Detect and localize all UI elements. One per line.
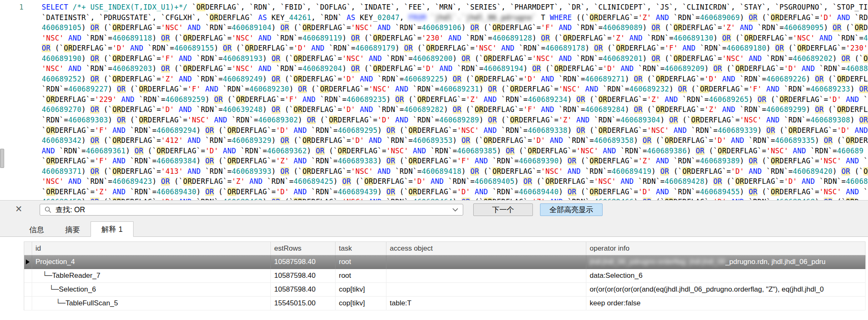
column-header-id[interactable]: id (32, 241, 271, 255)
sql-line: 460689342) OR (`ORDERFLAG`='412' AND `RD… (0, 135, 868, 146)
cell-task: root (336, 255, 386, 269)
cell-access-object (386, 283, 586, 297)
search-icon (44, 206, 52, 213)
sql-line: SELECT /*+ USE_INDEX(T,IDX_U1)+*/ `ORDER… (0, 2, 868, 13)
tab-info[interactable]: 信息 (19, 223, 55, 236)
sql-line: `RDN`=460689303) OR (`ORDERFLAG`='NSC' A… (0, 115, 868, 125)
sql-editor[interactable]: 1 SELECT /*+ USE_INDEX(T,IDX_U1)+*/ `ORD… (0, 0, 868, 201)
highlight-all-button[interactable]: 全部高亮显示 (540, 203, 603, 216)
cell-id: └─Selection_6 (32, 283, 271, 297)
table-row[interactable]: └─TableFullScan_515545015.00cop[tikv]tab… (24, 297, 865, 310)
tab-summary[interactable]: 摘要 (55, 223, 91, 236)
cell-access-object (386, 269, 586, 283)
cell-id: └─TableFullScan_5 (32, 297, 271, 310)
sql-line: `RDN`=460689227) OR (`ORDERFLAG`='F' AND… (0, 84, 868, 94)
cell-estrows: 15545015.00 (271, 297, 336, 310)
sql-line: OR (`ORDERFLAG`='D' AND `RDN`=460689155)… (0, 43, 868, 53)
sql-line: 460689190) OR (`ORDERFLAG`='F' AND `RDN`… (0, 53, 868, 64)
find-input[interactable]: 查找: OR (40, 204, 463, 216)
redacted-text: jhdl.jhdl_06_pdrugno.orderflag, jhdl.jhd… (590, 258, 725, 266)
cell-estrows: 10587598.40 (271, 269, 336, 283)
column-header-access-object[interactable]: access object (386, 241, 586, 255)
find-next-button[interactable]: 下一个 (473, 203, 533, 216)
row-selector-header (24, 241, 32, 255)
sql-line: AND `RDN`=460689361) OR (`ORDERFLAG`='D'… (0, 146, 868, 156)
row-selector-cell (24, 255, 32, 269)
row-selector-cell (24, 297, 32, 310)
result-tab-bar: 信息 摘要 解释 1 (0, 218, 868, 237)
cell-task: cop[tikv] (336, 283, 386, 297)
chevron-down-icon[interactable] (452, 208, 459, 212)
sql-line: `ORDERFLAG`='F' AND `RDN`=460689384) OR … (0, 156, 868, 166)
close-find-button[interactable]: × (13, 202, 25, 216)
explain-panel: id estRows task access object operator i… (0, 237, 868, 320)
explain-grid: id estRows task access object operator i… (24, 241, 865, 310)
column-header-estrows[interactable]: estRows (271, 241, 336, 255)
explain-grid-header: id estRows task access object operator i… (24, 241, 865, 255)
cell-access-object: table:T (386, 297, 586, 310)
sql-line: 460689270) OR (`ORDERFLAG`='D' AND `RDN`… (0, 104, 868, 115)
cell-estrows: 10587598.40 (271, 255, 336, 269)
sql-line: 'NSC' AND `RDN`=460689203) OR (`ORDERFLA… (0, 63, 868, 74)
cell-operator-info: data:Selection_6 (586, 269, 865, 283)
row-selector-cell (24, 283, 32, 297)
cell-task: cop[tikv] (336, 297, 386, 310)
selected-row-marker-icon (26, 259, 30, 264)
sql-line: `ORDERFLAG`='229' AND `RDN`=460689259) O… (0, 94, 868, 105)
close-icon: × (15, 203, 22, 216)
editor-scrollbar-thumb[interactable] (0, 149, 4, 168)
sql-line: `ORDERFLAG`='Z' AND `RDN`=460689430) OR … (0, 187, 868, 197)
cell-operator-info: or(or(or(or(or(or(and(eq(jhdl.jhdl_06_pd… (586, 283, 865, 297)
cell-estrows: 10587598.40 (271, 283, 336, 297)
sql-line: 460689252) OR (`ORDERFLAG`='Z' AND `RDN`… (0, 74, 868, 84)
column-header-task[interactable]: task (336, 241, 386, 255)
find-bar: × 查找: OR 下一个 全部高亮显示 (0, 201, 868, 218)
cell-id: └─TableReader_7 (32, 269, 271, 283)
tab-explain[interactable]: 解释 1 (91, 221, 134, 237)
sql-line: 'NSC' AND `RDN`=460689423) OR (`ORDERFLA… (0, 176, 868, 187)
table-row[interactable]: └─Selection_610587598.40cop[tikv]or(or(o… (24, 283, 865, 297)
cell-task: root (336, 269, 386, 283)
sql-line: `DATEINSTR`, `PDRUGSTATE`, `CFGLXH`, `OR… (0, 13, 868, 23)
cell-operator-info: keep order:false (586, 297, 865, 310)
table-row[interactable]: └─TableReader_710587598.40rootdata:Selec… (24, 269, 865, 283)
find-input-value: 查找: OR (56, 205, 85, 215)
table-row[interactable]: Projection_410587598.40rootjhdl.jhdl_06_… (24, 255, 865, 269)
cell-access-object (386, 255, 586, 269)
sql-line: 'NSC' AND `RDN`=460689118) OR (`ORDERFLA… (0, 33, 868, 43)
row-selector-cell (24, 269, 32, 283)
cell-operator-info: jhdl.jhdl_06_pdrugno.orderflag, jhdl.jhd… (586, 255, 865, 269)
column-header-operator-info[interactable]: operator info (586, 241, 865, 255)
sql-line: 460689371) OR (`ORDERFLAG`='413' AND `RD… (0, 166, 868, 177)
sql-code[interactable]: SELECT /*+ USE_INDEX(T,IDX_U1)+*/ `ORDER… (0, 2, 868, 201)
sql-line: 460689105) OR (`ORDERFLAG`='NSC' AND `RD… (0, 23, 868, 33)
cell-id: Projection_4 (32, 255, 271, 269)
sql-line: 460689459) OR (`ORDERFLAG`='D' AND `RDN`… (0, 197, 868, 201)
redacted-text: FROM `jhdl`.`jhdl_06_pdrugno` (409, 13, 537, 22)
sql-line: `ORDERFLAG`='F' AND `RDN`=460689294) OR … (0, 125, 868, 136)
